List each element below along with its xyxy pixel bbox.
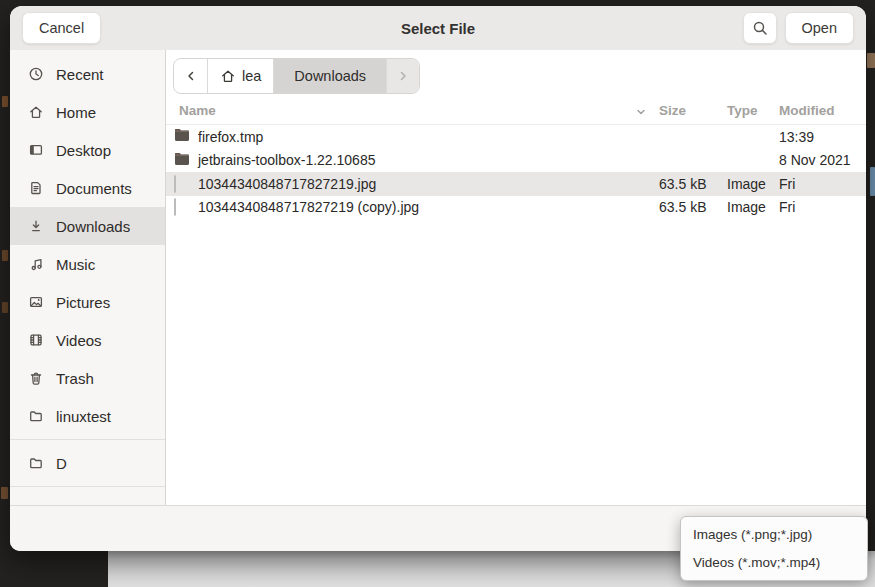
file-modified: Fri xyxy=(779,176,795,192)
underlying-window-artifact xyxy=(1,487,8,499)
file-size: 63.5 kB xyxy=(659,176,706,192)
chevron-right-icon xyxy=(396,69,410,83)
folder-file-icon xyxy=(174,152,190,169)
sidebar-item-other-locations[interactable]: Other Locations xyxy=(10,491,165,505)
sidebar-item-label: Trash xyxy=(56,370,94,387)
file-type-filter-popup: Images (*.png;*.jpg) Videos (*.mov;*.mp4… xyxy=(680,516,868,581)
sidebar-item-label: Music xyxy=(56,256,95,273)
sidebar-item-label: linuxtest xyxy=(56,408,111,425)
home-icon xyxy=(28,104,44,120)
sidebar-item-pictures[interactable]: Pictures xyxy=(10,283,165,321)
sidebar-item-label: Pictures xyxy=(56,294,110,311)
underlying-window-artifact xyxy=(2,302,8,313)
file-browser-pane: lea Downloads Name Size Type Modified xyxy=(166,50,866,505)
image-file-icon xyxy=(174,176,176,192)
column-header-type[interactable]: Type xyxy=(727,103,758,118)
underlying-window-artifact xyxy=(2,96,8,107)
trash-icon xyxy=(28,370,44,386)
underlying-window-artifact xyxy=(870,167,875,196)
folder-icon xyxy=(28,455,44,471)
sidebar-item-documents[interactable]: Documents xyxy=(10,169,165,207)
sidebar-item-label: Documents xyxy=(56,180,132,197)
sidebar-item-recent[interactable]: Recent xyxy=(10,55,165,93)
sidebar-item-trash[interactable]: Trash xyxy=(10,359,165,397)
file-row-jpg-copy[interactable]: 10344340848717827219 (copy).jpg 63.5 kB … xyxy=(166,196,866,220)
file-size: 63.5 kB xyxy=(659,199,706,215)
titlebar: Select File Cancel Open xyxy=(10,6,866,51)
column-header-name[interactable]: Name xyxy=(179,103,216,118)
sidebar-item-linuxtest[interactable]: linuxtest xyxy=(10,397,165,435)
cancel-button[interactable]: Cancel xyxy=(22,12,101,44)
path-segment-home[interactable]: lea xyxy=(207,59,273,93)
search-icon xyxy=(752,20,768,36)
sidebar-item-downloads[interactable]: Downloads xyxy=(10,207,165,245)
path-back-button[interactable] xyxy=(174,59,207,93)
clock-icon xyxy=(28,66,44,82)
file-name: 10344340848717827219 (copy).jpg xyxy=(198,199,419,215)
file-rows: firefox.tmp 13:39 jetbrains-toolbox-1.22… xyxy=(166,125,866,219)
image-file-icon xyxy=(174,199,176,215)
file-row-firefox-tmp[interactable]: firefox.tmp 13:39 xyxy=(166,125,866,149)
search-button[interactable] xyxy=(743,12,777,44)
list-header: Name Size Type Modified xyxy=(166,100,866,125)
sidebar-item-d[interactable]: D xyxy=(10,444,165,482)
document-icon xyxy=(28,180,44,196)
folder-icon xyxy=(28,408,44,424)
sidebar-item-label: Desktop xyxy=(56,142,111,159)
path-forward-button[interactable] xyxy=(386,59,419,93)
sidebar-item-music[interactable]: Music xyxy=(10,245,165,283)
underlying-window-artifact xyxy=(2,250,8,261)
sidebar-item-home[interactable]: Home xyxy=(10,93,165,131)
file-modified: 13:39 xyxy=(779,129,814,145)
places-sidebar: Recent Home Desktop Documents Downloads … xyxy=(10,50,166,505)
chevron-down-icon[interactable] xyxy=(634,105,648,119)
sidebar-item-label: D xyxy=(56,455,67,472)
sidebar-item-label: Recent xyxy=(56,66,104,83)
sidebar-item-label: Home xyxy=(56,104,96,121)
file-row-jetbrains-toolbox[interactable]: jetbrains-toolbox-1.22.10685 8 Nov 2021 xyxy=(166,149,866,173)
sidebar-item-desktop[interactable]: Desktop xyxy=(10,131,165,169)
sidebar-item-videos[interactable]: Videos xyxy=(10,321,165,359)
sidebar-separator xyxy=(10,486,165,487)
path-segment-downloads[interactable]: Downloads xyxy=(273,59,386,93)
file-type: Image xyxy=(727,176,766,192)
music-icon xyxy=(28,256,44,272)
sidebar-separator xyxy=(10,439,165,440)
path-segment-label: lea xyxy=(242,68,261,84)
open-button[interactable]: Open xyxy=(785,12,854,44)
column-header-modified[interactable]: Modified xyxy=(779,103,835,118)
file-modified: Fri xyxy=(779,199,795,215)
path-bar: lea Downloads xyxy=(173,58,420,94)
chevron-left-icon xyxy=(184,69,198,83)
file-row-jpg-selected[interactable]: 10344340848717827219.jpg 63.5 kB Image F… xyxy=(166,172,866,196)
sidebar-item-label: Downloads xyxy=(56,218,130,235)
file-modified: 8 Nov 2021 xyxy=(779,152,851,168)
path-segment-label: Downloads xyxy=(294,68,366,84)
picture-icon xyxy=(28,294,44,310)
download-icon xyxy=(28,218,44,234)
file-name: 10344340848717827219.jpg xyxy=(198,176,376,192)
sidebar-item-label: Videos xyxy=(56,332,102,349)
underlying-window-artifact xyxy=(867,53,875,68)
film-icon xyxy=(28,332,44,348)
column-header-size[interactable]: Size xyxy=(659,103,686,118)
file-name: firefox.tmp xyxy=(198,129,263,145)
dialog-title: Select File xyxy=(10,20,866,37)
filter-option-videos[interactable]: Videos (*.mov;*.mp4) xyxy=(681,549,867,577)
file-name: jetbrains-toolbox-1.22.10685 xyxy=(198,152,375,168)
desktop-icon xyxy=(28,142,44,158)
filter-option-images[interactable]: Images (*.png;*.jpg) xyxy=(681,521,867,549)
folder-file-icon xyxy=(174,128,190,145)
dialog-content: Recent Home Desktop Documents Downloads … xyxy=(10,50,866,505)
house-icon xyxy=(220,68,236,84)
file-type: Image xyxy=(727,199,766,215)
file-chooser-dialog: Select File Cancel Open Recent Home xyxy=(10,6,866,551)
